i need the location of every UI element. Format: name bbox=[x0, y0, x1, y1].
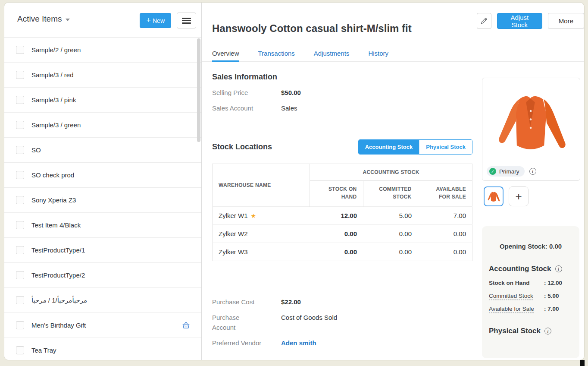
item-list-row[interactable]: Men's Birthday Gift bbox=[4, 313, 201, 338]
item-name: Sample/2 / green bbox=[31, 46, 81, 54]
item-list-row[interactable]: Sample/3 / pink bbox=[4, 88, 201, 113]
overview-content: Sales Information Selling Price $50.00 S… bbox=[212, 61, 472, 360]
add-image-button[interactable]: + bbox=[509, 186, 529, 206]
item-checkbox[interactable] bbox=[16, 196, 24, 204]
accounting-stock-toggle[interactable]: Accounting Stock bbox=[359, 140, 419, 154]
item-checkbox[interactable] bbox=[16, 121, 24, 129]
field-label: Purchase Account bbox=[212, 313, 264, 332]
tab-adjustments[interactable]: Adjustments bbox=[314, 45, 350, 62]
item-list-row[interactable]: Sample/3 / red bbox=[4, 63, 201, 88]
committed-stock-value: 0.00 bbox=[363, 243, 418, 261]
item-checkbox[interactable] bbox=[16, 171, 24, 179]
item-name: Sony Xperia Z3 bbox=[31, 196, 76, 204]
active-items-dropdown[interactable]: Active Items bbox=[17, 14, 70, 24]
item-name: مرحبأمرحبأ/1 / مرحبأ bbox=[31, 297, 87, 304]
sidebar-scrollbar[interactable] bbox=[197, 38, 200, 142]
item-checkbox[interactable] bbox=[16, 71, 24, 79]
warehouse-row[interactable]: Zylker W3 0.00 0.00 0.00 bbox=[213, 243, 472, 261]
stock-on-hand-value: 0.00 bbox=[310, 224, 363, 243]
field-row: Preferred Vendor Aden smith bbox=[212, 338, 472, 348]
item-list-row[interactable]: Sample/2 / green bbox=[4, 38, 201, 63]
item-checkbox[interactable] bbox=[16, 46, 24, 54]
sidebar-title: Active Items bbox=[17, 14, 62, 24]
stock-summary-row: Available for Sale : 7.00 bbox=[489, 306, 572, 312]
stock-summary-row: Committed Stock : 5.00 bbox=[489, 293, 572, 299]
new-item-label: New bbox=[153, 17, 165, 24]
committed-stock-value: 0.00 bbox=[363, 224, 418, 243]
field-row: Selling Price $50.00 bbox=[212, 88, 472, 98]
field-value: $50.00 bbox=[281, 88, 301, 98]
tab-transactions[interactable]: Transactions bbox=[258, 45, 295, 62]
warehouse-name-header: WAREHOUSE NAME bbox=[213, 164, 310, 206]
item-list-row[interactable]: TestProductType/1 bbox=[4, 238, 201, 263]
item-name: TestProductType/2 bbox=[31, 271, 85, 279]
stock-summary-card: Opening Stock: 0.00 Accounting Stock i S… bbox=[482, 226, 579, 358]
item-list-row[interactable]: Sony Xperia Z3 bbox=[4, 188, 201, 213]
item-checkbox[interactable] bbox=[16, 346, 24, 354]
item-checkbox[interactable] bbox=[16, 321, 24, 329]
item-list-row[interactable]: SO check prod bbox=[4, 163, 201, 188]
image-thumbnail-selected[interactable] bbox=[484, 186, 504, 206]
primary-image-badge: ✓ Primary bbox=[487, 166, 525, 177]
list-options-button[interactable] bbox=[177, 13, 196, 28]
item-name: Men's Birthday Gift bbox=[31, 322, 86, 329]
accounting-stock-info-icon[interactable]: i bbox=[555, 265, 562, 272]
stock-on-hand-value: 0.00 bbox=[310, 243, 363, 261]
item-list-row[interactable]: Sample/3 / green bbox=[4, 113, 201, 138]
stock-summary-value: : 5.00 bbox=[544, 293, 559, 299]
sales-information-section: Sales Information Selling Price $50.00 S… bbox=[212, 73, 472, 114]
plus-icon: + bbox=[146, 16, 151, 24]
available-for-sale-value: 0.00 bbox=[418, 224, 472, 243]
item-list-row[interactable]: مرحبأمرحبأ/1 / مرحبأ bbox=[4, 288, 201, 313]
item-checkbox[interactable] bbox=[16, 96, 24, 104]
sales-information-heading: Sales Information bbox=[212, 73, 472, 82]
check-circle-icon: ✓ bbox=[489, 168, 496, 175]
stock-summary-row: Stock on Hand : 12.00 bbox=[489, 280, 572, 286]
item-list: Sample/2 / green Sample/3 / red Sample/3… bbox=[4, 38, 201, 360]
preferred-vendor-link[interactable]: Aden smith bbox=[281, 338, 316, 348]
field-value: Cost of Goods Sold bbox=[281, 313, 337, 332]
tab-overview[interactable]: Overview bbox=[212, 45, 239, 62]
item-list-row[interactable]: Test Item 4/Black bbox=[4, 213, 201, 238]
new-item-button[interactable]: + New bbox=[140, 13, 171, 28]
item-list-row[interactable]: SO bbox=[4, 138, 201, 163]
available-for-sale-value: 7.00 bbox=[418, 206, 472, 224]
warehouse-row[interactable]: Zylker W1★ 12.00 5.00 7.00 bbox=[213, 206, 472, 224]
item-checkbox[interactable] bbox=[16, 221, 24, 229]
stock-locations-section: Stock Locations Accounting Stock Physica… bbox=[212, 136, 472, 261]
committed-stock-header: COMMITTED STOCK bbox=[363, 180, 418, 206]
item-name: Tea Tray bbox=[31, 347, 56, 354]
item-image[interactable] bbox=[488, 80, 574, 166]
stock-summary-value: : 7.00 bbox=[544, 306, 559, 312]
primary-warehouse-star-icon: ★ bbox=[251, 212, 256, 219]
physical-stock-toggle[interactable]: Physical Stock bbox=[419, 140, 472, 154]
primary-info-icon[interactable]: i bbox=[529, 168, 536, 175]
item-summary-rail: ✓ Primary i + bbox=[482, 3, 584, 360]
item-name: Sample/3 / red bbox=[31, 71, 74, 79]
available-for-sale-header: AVAILABLE FOR SALE bbox=[418, 180, 472, 206]
tab-history[interactable]: History bbox=[368, 45, 388, 62]
item-checkbox[interactable] bbox=[16, 246, 24, 254]
item-checkbox[interactable] bbox=[16, 271, 24, 279]
stock-on-hand-header: STOCK ON HAND bbox=[310, 180, 363, 206]
item-list-row[interactable]: Tea Tray bbox=[4, 338, 201, 360]
hamburger-icon bbox=[182, 16, 191, 25]
item-name: Sample/3 / pink bbox=[31, 96, 76, 104]
warehouse-row[interactable]: Zylker W2 0.00 0.00 0.00 bbox=[213, 224, 472, 243]
item-image-card: ✓ Primary i bbox=[482, 78, 580, 181]
physical-stock-info-icon[interactable]: i bbox=[544, 328, 551, 334]
primary-badge-label: Primary bbox=[499, 168, 519, 175]
app-window: Active Items + New Sample/2 / green Samp… bbox=[4, 3, 584, 360]
field-label: Sales Account bbox=[212, 104, 264, 114]
stock-summary-label[interactable]: Committed Stock bbox=[489, 293, 541, 299]
accounting-stock-group-header: ACCOUNTING STOCK bbox=[310, 164, 472, 180]
sidebar-header: Active Items + New bbox=[4, 3, 201, 38]
stock-summary-label[interactable]: Available for Sale bbox=[489, 306, 541, 312]
item-checkbox[interactable] bbox=[16, 296, 24, 304]
field-value: Sales bbox=[281, 104, 297, 114]
item-list-row[interactable]: TestProductType/2 bbox=[4, 263, 201, 288]
item-detail-pane: Hanswooly Cotton casual shirt-M/slim fit… bbox=[202, 3, 584, 360]
plus-icon: + bbox=[515, 190, 522, 203]
item-checkbox[interactable] bbox=[16, 146, 24, 154]
item-name: Sample/3 / green bbox=[31, 121, 81, 129]
